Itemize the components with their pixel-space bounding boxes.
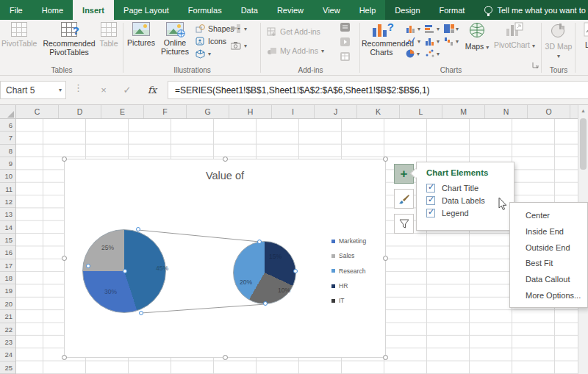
data-label-it[interactable]: 10% (278, 287, 290, 294)
insert-function-button[interactable]: fx (143, 81, 162, 99)
addin-sheet-icon[interactable] (340, 52, 350, 62)
name-box-dropdown-icon[interactable]: ▾ (59, 87, 62, 93)
online-pictures-button[interactable]: Online Pictures (157, 22, 193, 56)
tab-file[interactable]: File (0, 0, 32, 20)
row-header[interactable]: 20 (0, 298, 15, 310)
pictures-button[interactable]: Pictures (126, 22, 156, 47)
chart-title-option[interactable]: Chart Title (417, 181, 514, 194)
row-header[interactable]: 24 (0, 348, 15, 361)
icons-button[interactable]: Icons (196, 37, 226, 46)
tab-format[interactable]: Format (430, 0, 475, 20)
column-header[interactable]: D (59, 105, 101, 118)
column-header[interactable]: O (528, 105, 570, 118)
column-header[interactable]: I (272, 105, 315, 118)
cancel-button[interactable]: × (94, 81, 113, 99)
resize-handle[interactable] (383, 157, 388, 162)
name-box[interactable]: Chart 5 ▾ (0, 81, 66, 99)
column-header[interactable]: E (101, 105, 144, 118)
three-d-map-button[interactable]: 3D Map ▾ (544, 22, 573, 60)
row-header[interactable]: 11 (0, 183, 15, 195)
column-header[interactable]: N (485, 105, 528, 118)
column-header[interactable]: J (315, 105, 357, 118)
row-header[interactable]: 17 (0, 259, 15, 272)
resize-handle[interactable] (223, 355, 228, 360)
recommended-pivottables-button[interactable]: ? Recommended PivotTables (38, 22, 100, 57)
smartart-button[interactable]: ▾ (231, 24, 247, 33)
row-header[interactable]: 16 (0, 246, 15, 259)
row-header[interactable]: 8 (0, 145, 15, 157)
tab-review[interactable]: Review (268, 0, 313, 20)
get-addins-button[interactable]: Get Add-ins (267, 27, 320, 36)
resize-handle[interactable] (62, 355, 67, 360)
store-addin-icon[interactable] (340, 23, 350, 33)
addin-play-icon[interactable] (340, 37, 350, 48)
select-all-corner[interactable] (0, 105, 16, 119)
three-d-models-button[interactable]: ▾ (196, 49, 211, 59)
data-label-marketing[interactable]: 45% (156, 265, 168, 272)
menu-item-outside-end[interactable]: Outside End (510, 240, 587, 256)
resize-handle[interactable] (383, 256, 388, 261)
column-header[interactable]: L (400, 105, 442, 118)
row-header[interactable]: 6 (0, 119, 15, 132)
data-label-hr[interactable]: 15% (269, 253, 282, 260)
tab-data[interactable]: Data (232, 0, 268, 20)
my-addins-button[interactable]: My Add-ins▾ (267, 46, 324, 55)
tab-insert[interactable]: Insert (73, 0, 114, 20)
column-header[interactable]: C (16, 105, 59, 118)
screenshot-button[interactable]: ▾ (231, 42, 247, 50)
row-header[interactable]: 10 (0, 170, 15, 182)
insert-pie-chart-button[interactable]: ▾ (406, 49, 420, 58)
chart-legend[interactable]: Marketing Sales Research HR IT (331, 234, 366, 308)
data-label-research[interactable]: 20% (240, 278, 252, 286)
row-header[interactable]: 23 (0, 336, 15, 348)
insert-hierarchy-chart-button[interactable]: ▾ (444, 24, 459, 33)
tab-view[interactable]: View (313, 0, 350, 20)
scroll-up-icon[interactable]: ▲ (578, 105, 588, 116)
pie-of-pie-chart[interactable]: Value of 45% 25% 30% 15% 20% 10% Marketi… (64, 159, 386, 358)
tab-page-layout[interactable]: Page Layout (114, 0, 179, 20)
pivotchart-button[interactable]: PivotChart ▾ (494, 22, 535, 49)
maps-button[interactable]: Maps ▾ (462, 22, 492, 51)
chart-styles-button[interactable] (394, 189, 414, 209)
chart-filters-button[interactable] (394, 214, 414, 234)
menu-item-center[interactable]: Center (510, 208, 587, 224)
tab-formulas[interactable]: Formulas (179, 0, 232, 20)
resize-handle[interactable] (62, 157, 67, 162)
tab-home[interactable]: Home (32, 0, 73, 20)
resize-handle[interactable] (383, 355, 388, 360)
row-header[interactable]: 12 (0, 195, 15, 208)
row-header[interactable]: 25 (0, 362, 15, 374)
insert-scatter-chart-button[interactable]: ▾ (425, 49, 440, 58)
insert-waterfall-chart-button[interactable]: ▾ (444, 37, 459, 46)
line-sparkline-button[interactable]: Line (578, 22, 588, 49)
menu-item-more-options[interactable]: More Options... (510, 288, 587, 304)
recommended-charts-button[interactable]: ? Recommended Charts (362, 22, 401, 57)
row-header[interactable]: 15 (0, 234, 15, 246)
scrollbar-thumb[interactable] (580, 118, 587, 170)
secondary-pie[interactable] (233, 241, 296, 304)
column-header[interactable]: K (357, 105, 400, 118)
formula-input[interactable]: =SERIES(Sheet1!$B$1,Sheet1!$A$2:$A$6,She… (168, 81, 588, 99)
column-header[interactable]: H (229, 105, 272, 118)
data-label-other[interactable]: 30% (104, 288, 117, 295)
enter-button[interactable]: ✓ (118, 81, 137, 99)
row-header[interactable]: 7 (0, 132, 15, 144)
row-header[interactable]: 9 (0, 157, 15, 170)
row-header[interactable]: 21 (0, 310, 15, 323)
insert-column-chart-button[interactable]: ▾ (406, 24, 420, 33)
row-header[interactable]: 13 (0, 208, 15, 220)
menu-item-inside-end[interactable]: Inside End (510, 224, 587, 240)
checkbox-checked[interactable] (426, 184, 435, 193)
resize-handle[interactable] (62, 256, 67, 261)
menu-item-best-fit[interactable]: Best Fit (510, 256, 587, 272)
resize-handle[interactable] (223, 157, 228, 162)
pivottable-button[interactable]: PivotTable (1, 22, 37, 48)
checkbox-checked[interactable] (426, 196, 435, 205)
row-header[interactable]: 18 (0, 272, 15, 284)
menu-item-data-callout[interactable]: Data Callout (510, 272, 587, 288)
checkbox-checked[interactable] (426, 209, 435, 217)
insert-bar-chart-button[interactable]: ▾ (425, 24, 440, 33)
tell-me-box[interactable]: Tell me what you want to do (474, 0, 588, 20)
row-header[interactable]: 14 (0, 221, 15, 234)
tab-help[interactable]: Help (350, 0, 386, 20)
